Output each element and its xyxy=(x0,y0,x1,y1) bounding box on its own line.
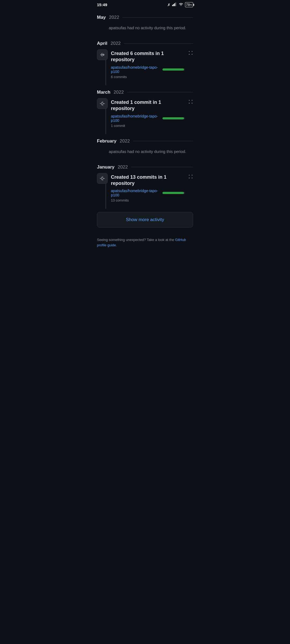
show-more-button[interactable]: Show more activity xyxy=(97,212,193,228)
expand-button-january[interactable] xyxy=(188,173,193,180)
activity-item-january: Created 13 commits in 1 repository apats… xyxy=(97,173,193,203)
expand-button-april[interactable] xyxy=(188,49,193,57)
section-header-march: March 2022 xyxy=(93,85,197,98)
repo-link-january[interactable]: apatsufas/homebridge-tapo-p100 xyxy=(111,189,162,197)
activity-feed: May 2022 apatsufas had no activity durin… xyxy=(93,8,197,258)
activity-section-april: Created 6 commits in 1 repository apatsu… xyxy=(93,49,197,85)
bluetooth-icon: ✗ xyxy=(167,3,171,7)
repo-row-january: apatsufas/homebridge-tapo-p100 xyxy=(111,189,185,197)
progress-bar-april xyxy=(162,68,185,71)
activity-section-january: Created 13 commits in 1 repository apats… xyxy=(93,173,197,209)
signal-icon xyxy=(172,2,177,7)
svg-point-21 xyxy=(189,177,190,178)
svg-point-12 xyxy=(189,100,190,101)
svg-point-5 xyxy=(189,51,190,52)
footer-suffix: . xyxy=(116,243,117,247)
activity-content-april: Created 6 commits in 1 repository apatsu… xyxy=(111,49,185,79)
svg-point-6 xyxy=(192,51,193,52)
commits-count-january: 13 commits xyxy=(111,198,185,202)
section-march2022: March 2022 Created 1 commit in 1 reposit… xyxy=(93,85,197,134)
activity-item-april: Created 6 commits in 1 repository apatsu… xyxy=(97,49,193,79)
section-month-march: March xyxy=(97,90,110,95)
svg-rect-3 xyxy=(175,2,176,6)
commit-icon-january xyxy=(97,173,108,184)
svg-point-13 xyxy=(192,100,193,101)
battery-level: 78 xyxy=(186,3,190,7)
svg-point-19 xyxy=(189,175,190,175)
svg-rect-0 xyxy=(172,5,173,6)
battery-icon: 78 % xyxy=(185,2,193,7)
svg-point-8 xyxy=(192,54,193,55)
section-year-april: 2022 xyxy=(111,41,121,46)
progress-bar-january xyxy=(162,192,185,194)
section-may2022: May 2022 apatsufas had no activity durin… xyxy=(93,10,197,36)
svg-point-14 xyxy=(189,103,190,104)
no-activity-february: apatsufas had no activity during this pe… xyxy=(93,147,197,160)
section-divider-may xyxy=(122,17,193,18)
section-month-may: May xyxy=(97,15,106,20)
svg-rect-1 xyxy=(173,4,174,6)
progress-fill-march xyxy=(162,117,184,119)
section-divider-march xyxy=(127,92,193,92)
section-year-february: 2022 xyxy=(120,138,130,144)
activity-section-march: Created 1 commit in 1 repository apatsuf… xyxy=(93,98,197,134)
section-april2022: April 2022 Created 6 commits in 1 reposi… xyxy=(93,36,197,85)
progress-bar-march xyxy=(162,117,185,119)
section-header-april: April 2022 xyxy=(93,36,197,49)
svg-point-15 xyxy=(192,103,193,104)
svg-point-7 xyxy=(189,54,190,55)
activity-item-march: Created 1 commit in 1 repository apatsuf… xyxy=(97,98,193,128)
section-year-march: 2022 xyxy=(114,90,124,95)
wifi-icon xyxy=(179,2,183,7)
progress-fill-april xyxy=(162,68,184,71)
expand-button-march[interactable] xyxy=(188,98,193,105)
section-year-may: 2022 xyxy=(109,15,119,20)
no-activity-may: apatsufas had no activity during this pe… xyxy=(93,23,197,36)
activity-title-march: Created 1 commit in 1 repository xyxy=(111,99,185,112)
svg-rect-2 xyxy=(174,3,175,6)
svg-point-16 xyxy=(101,177,103,179)
status-time: 15:49 xyxy=(97,2,107,7)
section-divider-february xyxy=(133,141,193,141)
repo-link-march[interactable]: apatsufas/homebridge-tapo-p100 xyxy=(111,114,162,123)
progress-fill-january xyxy=(162,192,184,194)
activity-content-march: Created 1 commit in 1 repository apatsuf… xyxy=(111,98,185,128)
footer: Seeing something unexpected? Take a look… xyxy=(93,234,197,256)
section-year-january: 2022 xyxy=(118,164,128,170)
repo-row-march: apatsufas/homebridge-tapo-p100 xyxy=(111,114,185,123)
section-header-january: January 2022 xyxy=(93,160,197,173)
section-header-february: February 2022 xyxy=(93,134,197,147)
commits-count-march: 1 commit xyxy=(111,124,185,128)
repo-row-april: apatsufas/homebridge-tapo-p100 xyxy=(111,65,185,74)
section-divider-april xyxy=(124,43,193,44)
status-icons: ✗ 78 % xyxy=(167,2,193,7)
section-february2022: February 2022 apatsufas had no activity … xyxy=(93,134,197,160)
section-month-february: February xyxy=(97,138,117,144)
activity-title-april: Created 6 commits in 1 repository xyxy=(111,50,185,63)
svg-point-9 xyxy=(101,103,103,104)
footer-text: Seeing something unexpected? Take a look… xyxy=(97,238,175,242)
activity-title-january: Created 13 commits in 1 repository xyxy=(111,174,185,187)
section-month-april: April xyxy=(97,41,107,46)
section-january2022: January 2022 Created 13 commits in 1 rep… xyxy=(93,160,197,209)
section-divider-january xyxy=(131,167,193,167)
repo-link-april[interactable]: apatsufas/homebridge-tapo-p100 xyxy=(111,65,162,74)
section-header-may2022: May 2022 xyxy=(93,10,197,23)
section-month-january: January xyxy=(97,164,114,170)
show-more-container: Show more activity xyxy=(93,209,197,234)
status-bar: 15:49 ✗ 78 % xyxy=(93,0,197,8)
activity-content-january: Created 13 commits in 1 repository apats… xyxy=(111,173,185,203)
commit-icon-april xyxy=(97,49,108,60)
commit-icon-march xyxy=(97,98,108,109)
commits-count-april: 6 commits xyxy=(111,75,185,79)
svg-point-20 xyxy=(192,175,193,175)
svg-point-22 xyxy=(192,177,193,178)
